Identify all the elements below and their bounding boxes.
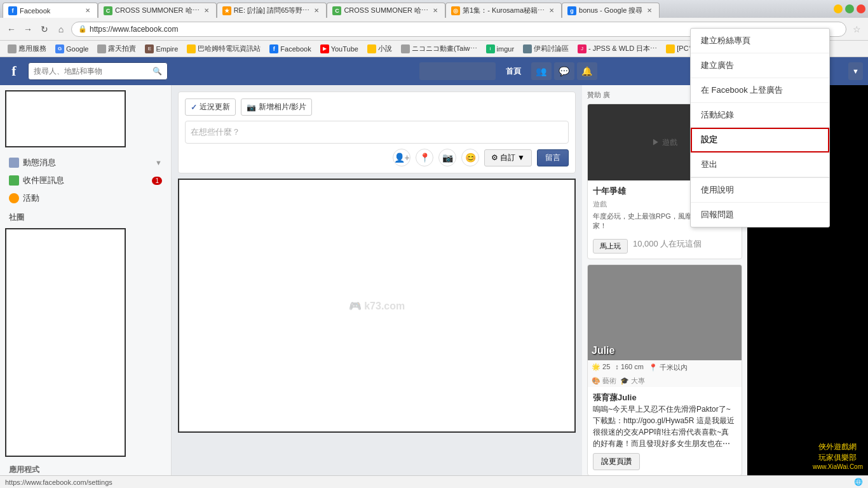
dropdown-create-ad[interactable]: 建立廣告 [691,57,829,78]
tab-favicon-cross1: C [104,6,112,15]
bookmark-facebook-label: Facebook [280,45,311,53]
game-play-button[interactable]: 馬上玩 [593,239,628,254]
bookmark-apps-icon [8,44,17,53]
julie-tag2: 🎓 大專 [620,376,645,386]
feed-item: 🎮 k73.com [178,179,576,433]
fb-left-sidebar: 動態消息 ▼ 收件匣訊息 1 活動 社圈 應用程式 [0,85,172,475]
fb-search-box[interactable]: 🔍 [28,62,168,80]
fb-search-input[interactable] [34,67,150,76]
tab-kuro[interactable]: ◎ 第1集：- Kurosama秘籍⋯ ✕ [445,3,562,18]
sidebar-apps-title: 應用程式 [5,459,166,475]
julie-age: 🌟 25 [592,363,610,372]
back-button[interactable]: ← [5,23,18,36]
post-tab-status[interactable]: ✓ 近況更新 [185,98,236,116]
bookmark-youtube-icon: ▶ [320,44,329,53]
post-button[interactable]: 留言 [537,149,569,166]
dropdown-ad-on-fb[interactable]: 在 Facebook 上登廣告 [691,78,829,103]
bookmark-google-icon: G [55,44,64,53]
maximize-button[interactable] [845,4,854,13]
bookmark-facebook-icon: f [269,44,278,53]
julie-like-button[interactable]: 說更頁讚 [593,453,640,470]
bookmark-novel-label: 小說 [378,44,392,53]
dropdown-settings[interactable]: 設定 [691,128,829,152]
julie-stats: 🌟 25 ↕ 160 cm 📍 千米以內 [588,360,742,375]
globe-icon: 🌐 [854,478,863,486]
tab-facebook[interactable]: f Facebook ✕ [3,3,98,18]
home-button[interactable]: ⌂ [55,23,67,36]
bookmark-elia[interactable]: 伊莉討論區 [519,43,573,55]
tab-close-facebook[interactable]: ✕ [83,6,92,15]
tab-title-re: RE: [討論] 請問65等野⋯ [234,6,310,15]
bookmark-jpss[interactable]: J - JPSS & WLD 日本⋯ [574,43,661,55]
fb-dropdown-menu: 建立粉絲專頁 建立廣告 在 Facebook 上登廣告 活動紀錄 設定 登出 使… [690,57,830,227]
julie-image-name: Julie [592,345,614,356]
bookmark-bahamut[interactable]: 巴哈姆特電玩資訊站 [183,43,264,55]
sidebar-friends-title: 社圈 [5,207,166,226]
dropdown-logout[interactable]: 登出 [691,152,829,177]
post-actions: 👤+ 📍 📷 😊 ⚙ 自訂 ▼ 留言 [185,149,569,166]
account-name: ▼ [852,67,859,75]
bookmark-apps[interactable]: 應用服務 [4,43,50,55]
reload-button[interactable]: ↻ [38,23,51,36]
sidebar-profile-box [5,90,126,147]
dropdown-activity-log[interactable]: 活動紀錄 [691,103,829,128]
tab-google[interactable]: g bonus - Google 搜尋 ✕ [562,3,660,18]
fb-logo[interactable]: f [5,62,23,80]
sidebar-messages[interactable]: 收件匣訊息 1 [5,172,166,189]
fb-home-button[interactable]: 首頁 [498,62,529,81]
tab-cross1[interactable]: C CROSS SUMMONER 哈⋯ ✕ [98,3,217,18]
camera-icon[interactable]: 📷 [438,149,456,166]
bookmark-youtube[interactable]: ▶ YouTube [316,43,362,55]
sidebar-news-feed-label: 動態消息 [23,157,56,168]
bookmark-nico[interactable]: ニコニコ動畫(Taiw⋯ [397,43,481,55]
lock-icon: 🔒 [78,25,87,33]
bookmark-star-icon[interactable]: ☆ [850,23,863,36]
activities-icon [9,193,19,203]
sidebar-news-feed[interactable]: 動態消息 ▼ [5,154,166,172]
bookmark-imgur[interactable]: i imgur [482,43,519,55]
tab-cross2[interactable]: C CROSS SUMMONER 哈⋯ ✕ [327,3,445,18]
emoji-icon[interactable]: 😊 [461,149,479,166]
julie-desc: 嗚嗚~今天早上又忍不住先滑滑Paktor了~ 下載點：http://goo.gl… [593,403,736,449]
tab-close-re[interactable]: ✕ [312,6,321,15]
dropdown-help[interactable]: 使用說明 [691,178,829,203]
tab-close-google[interactable]: ✕ [645,6,654,15]
fb-notifications-icon-button[interactable]: 🔔 [577,62,597,80]
post-tab-photo[interactable]: 📷 新增相片/影片 [241,98,312,116]
dropdown-report[interactable]: 回報問題 [691,203,829,227]
bookmark-露天[interactable]: 露天拍賣 [93,43,140,55]
fb-friends-icon-button[interactable]: 👥 [531,62,552,80]
julie-height: ↕ 160 cm [615,363,644,372]
custom-button[interactable]: ⚙ 自訂 ▼ [484,149,532,166]
bookmark-facebook[interactable]: f Facebook [266,43,315,55]
bookmark-elia-label: 伊莉討論區 [534,44,569,53]
fb-messages-icon-button[interactable]: 💬 [554,62,574,80]
location-icon[interactable]: 📍 [416,149,433,166]
post-input-area[interactable]: 在想些什麼？ [185,121,569,144]
sidebar-activities-label: 活動 [23,193,39,204]
minimize-button[interactable] [834,4,843,13]
tab-re[interactable]: ★ RE: [討論] 請問65等野⋯ ✕ [217,3,327,18]
sidebar-news-feed-arrow: ▼ [155,159,162,166]
add-friend-icon[interactable]: 👤+ [393,149,410,166]
tab-title-cross2: CROSS SUMMONER 哈⋯ [344,6,428,15]
fb-profile-placeholder [419,62,496,80]
fb-account-dropdown-button[interactable]: ▼ [848,62,863,80]
bookmark-empire[interactable]: E Empire [141,43,182,55]
tab-close-cross2[interactable]: ✕ [431,6,440,15]
overlay-title: 俠外遊戲網 [813,442,863,452]
tab-favicon-kuro: ◎ [451,6,460,15]
bookmark-novel[interactable]: 小說 [363,43,396,55]
forward-button[interactable]: → [22,23,34,36]
tab-close-cross1[interactable]: ✕ [202,6,211,15]
facebook-page: f 🔍 首頁 👥 💬 🔔 ▼ 建立粉絲專頁 建立廣告 在 Faceb [0,57,868,475]
bookmark-empire-icon: E [145,44,154,53]
close-button[interactable] [857,4,865,13]
sidebar-activities[interactable]: 活動 [5,189,166,207]
bookmark-google[interactable]: G Google [51,43,92,55]
bookmark-novel-icon [367,44,376,53]
tab-close-kuro[interactable]: ✕ [547,6,556,15]
messages-icon [9,175,19,186]
post-tab-photo-label: 新增相片/影片 [259,102,306,112]
bookmark-youtube-label: YouTube [331,45,358,53]
